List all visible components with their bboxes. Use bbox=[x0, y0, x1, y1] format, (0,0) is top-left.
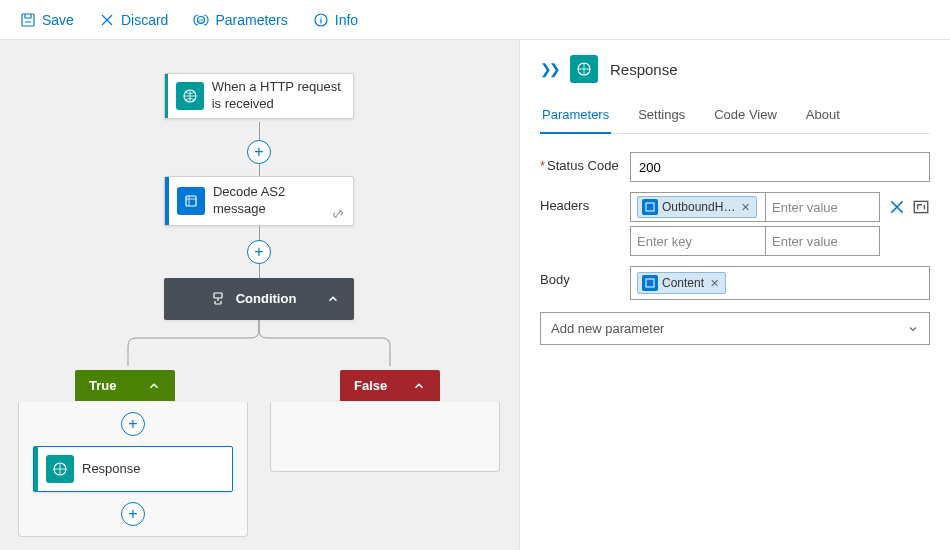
chevron-up-icon bbox=[412, 379, 426, 393]
add-parameter-label: Add new parameter bbox=[551, 321, 664, 336]
condition-node[interactable]: Condition bbox=[164, 278, 354, 320]
tab-parameters[interactable]: Parameters bbox=[540, 101, 611, 134]
svg-rect-0 bbox=[22, 14, 34, 26]
add-parameter-dropdown[interactable]: Add new parameter bbox=[540, 312, 930, 345]
true-label: True bbox=[89, 378, 116, 393]
parameters-label: Parameters bbox=[215, 12, 287, 28]
add-step-button[interactable]: + bbox=[121, 412, 145, 436]
info-icon bbox=[313, 12, 329, 28]
designer-canvas[interactable]: When a HTTP request is received + Decode… bbox=[0, 40, 520, 550]
decode-icon bbox=[177, 187, 205, 215]
header-key-cell[interactable]: OutboundH… ✕ bbox=[630, 192, 765, 222]
trigger-node[interactable]: When a HTTP request is received bbox=[164, 73, 354, 119]
toolbar: Save Discard @ Parameters Info bbox=[0, 0, 950, 40]
discard-label: Discard bbox=[121, 12, 168, 28]
close-icon bbox=[99, 12, 115, 28]
token-icon bbox=[642, 275, 658, 291]
svg-rect-9 bbox=[646, 203, 654, 211]
info-button[interactable]: Info bbox=[303, 7, 368, 33]
node-accent bbox=[165, 177, 169, 225]
add-step-button[interactable]: + bbox=[247, 140, 271, 164]
clear-icon[interactable] bbox=[888, 198, 906, 216]
tab-code-view[interactable]: Code View bbox=[712, 101, 779, 133]
chevron-up-icon bbox=[147, 379, 161, 393]
token-text: OutboundH… bbox=[662, 200, 735, 214]
true-branch-body: + Response + bbox=[18, 402, 248, 537]
false-label: False bbox=[354, 378, 387, 393]
trigger-label: When a HTTP request is received bbox=[212, 79, 353, 113]
header-key-input[interactable]: Enter key bbox=[630, 226, 765, 256]
save-button[interactable]: Save bbox=[10, 7, 84, 33]
discard-button[interactable]: Discard bbox=[89, 7, 178, 33]
node-accent bbox=[165, 74, 168, 118]
panel-title: Response bbox=[610, 61, 678, 78]
node-accent bbox=[34, 447, 38, 491]
link-icon bbox=[331, 207, 345, 221]
connector bbox=[259, 226, 260, 240]
token-remove-button[interactable]: ✕ bbox=[741, 201, 750, 214]
response-label: Response bbox=[82, 461, 153, 478]
condition-icon bbox=[210, 291, 226, 307]
token-remove-button[interactable]: ✕ bbox=[710, 277, 719, 290]
connector bbox=[259, 164, 260, 176]
http-request-icon bbox=[176, 82, 204, 110]
svg-rect-11 bbox=[646, 279, 654, 287]
collapse-panel-button[interactable]: ❯❯ bbox=[540, 61, 558, 77]
parameters-icon: @ bbox=[193, 12, 209, 28]
chevron-up-icon bbox=[326, 292, 340, 306]
save-icon bbox=[20, 12, 36, 28]
parameters-button[interactable]: @ Parameters bbox=[183, 7, 297, 33]
text-mode-icon[interactable] bbox=[912, 198, 930, 216]
branch-connector bbox=[100, 320, 420, 370]
header-value-cell[interactable]: Enter value bbox=[765, 192, 880, 222]
headers-label: Headers bbox=[540, 192, 630, 213]
connector bbox=[259, 122, 260, 140]
tab-settings[interactable]: Settings bbox=[636, 101, 687, 133]
response-icon bbox=[570, 55, 598, 83]
connector bbox=[259, 264, 260, 278]
svg-rect-6 bbox=[214, 293, 222, 298]
body-input[interactable]: Content ✕ bbox=[630, 266, 930, 300]
tab-about[interactable]: About bbox=[804, 101, 842, 133]
status-code-label: Status Code bbox=[540, 152, 630, 173]
response-icon bbox=[46, 455, 74, 483]
save-label: Save bbox=[42, 12, 74, 28]
panel-tabs: Parameters Settings Code View About bbox=[540, 101, 930, 134]
svg-rect-5 bbox=[186, 196, 196, 206]
false-branch-body bbox=[270, 402, 500, 472]
details-panel: ❯❯ Response Parameters Settings Code Vie… bbox=[520, 40, 950, 550]
svg-rect-10 bbox=[914, 201, 928, 212]
true-branch-header[interactable]: True bbox=[75, 370, 175, 401]
add-step-button[interactable]: + bbox=[121, 502, 145, 526]
info-label: Info bbox=[335, 12, 358, 28]
token-icon bbox=[642, 199, 658, 215]
chevron-down-icon bbox=[907, 323, 919, 335]
add-step-button[interactable]: + bbox=[247, 240, 271, 264]
body-token[interactable]: Content ✕ bbox=[637, 272, 726, 294]
condition-label: Condition bbox=[236, 291, 309, 308]
response-node[interactable]: Response bbox=[33, 446, 233, 492]
false-branch-header[interactable]: False bbox=[340, 370, 440, 401]
svg-text:@: @ bbox=[198, 17, 204, 23]
header-key-token[interactable]: OutboundH… ✕ bbox=[637, 196, 757, 218]
status-code-input[interactable] bbox=[630, 152, 930, 182]
decode-node[interactable]: Decode AS2 message bbox=[164, 176, 354, 226]
header-value-input[interactable]: Enter value bbox=[765, 226, 880, 256]
body-label: Body bbox=[540, 266, 630, 287]
token-text: Content bbox=[662, 276, 704, 290]
